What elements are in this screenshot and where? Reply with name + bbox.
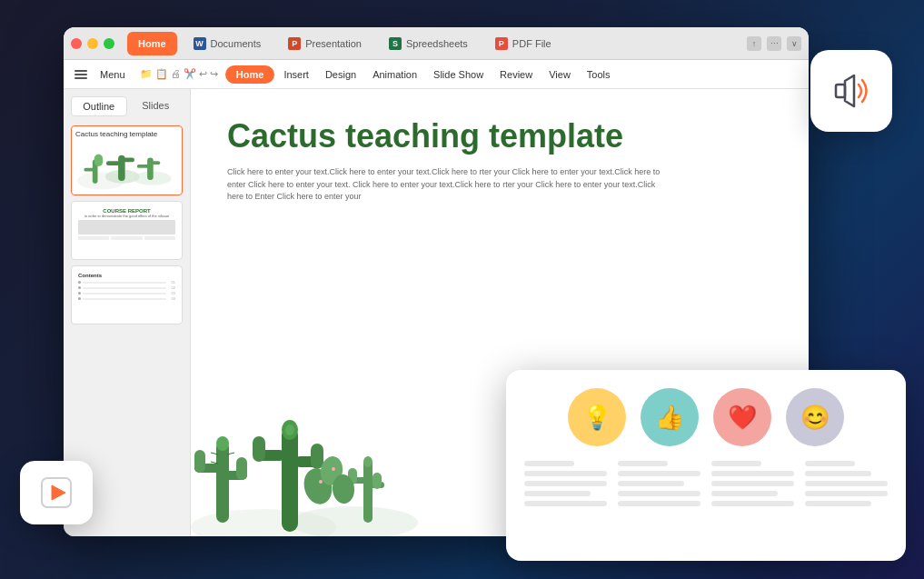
slide3-row1: 01 [78, 280, 175, 285]
menu-design[interactable]: Design [318, 65, 363, 84]
svg-point-14 [291, 506, 418, 536]
play-icon [38, 474, 75, 511]
maximize-button[interactable] [104, 38, 114, 49]
feature-icons-row: 💡 👍 ❤️ 😊 [524, 388, 888, 446]
window-controls: ↑ ⋯ ∨ [747, 36, 801, 51]
pdf-icon: P [495, 37, 508, 50]
video-widget[interactable] [20, 461, 93, 524]
feature-icon-smile[interactable]: 😊 [786, 388, 844, 446]
feature-line [805, 491, 888, 496]
svg-rect-19 [236, 457, 247, 480]
sidebar-tabs: Outline Slides [71, 96, 183, 116]
slide3-thumb-title: Contents [78, 273, 175, 278]
menu-bar: Menu 📁 📋 🖨 ✂️ ↩ ↪ Home Insert Design Ani… [64, 60, 809, 89]
svg-rect-31 [363, 459, 373, 523]
slide-thumbnail-2[interactable]: COURSE REPORT in order to demonstrate th… [71, 201, 183, 260]
svg-rect-7 [106, 161, 120, 165]
feature-line [805, 501, 871, 506]
chevron-button[interactable]: ∨ [787, 36, 801, 51]
thumb3-line [83, 298, 166, 300]
feature-line [524, 471, 607, 476]
cactus-svg [191, 391, 427, 536]
thumb2-line [111, 236, 142, 240]
tab-documents[interactable]: W Documents [183, 32, 273, 55]
feature-icon-lightbulb[interactable]: 💡 [568, 388, 626, 446]
tab-spreadsheets[interactable]: S Spreedsheets [378, 32, 479, 55]
slide2-thumb-img: COURSE REPORT in order to demonstrate th… [75, 205, 178, 255]
svg-rect-17 [194, 450, 205, 473]
tab-pdf[interactable]: P PDF File [484, 32, 562, 55]
slide-thumbnail-1[interactable]: Cactus teaching template [71, 125, 183, 195]
menu-slideshow[interactable]: Slide Show [426, 65, 491, 84]
sound-icon [829, 68, 874, 114]
thumb3-dot [78, 281, 81, 284]
feature-line [618, 491, 700, 496]
menu-label[interactable]: Menu [93, 65, 133, 84]
feature-line [711, 491, 778, 496]
tab-home[interactable]: Home [127, 32, 177, 55]
slide2-thumb-subtitle: in order to demonstrate the good effect … [78, 214, 175, 218]
hamburger-line [75, 74, 87, 75]
menu-view[interactable]: View [541, 65, 578, 84]
feature-line [618, 471, 700, 476]
thumb3-dot [78, 292, 81, 294]
slide-body-text[interactable]: Click here to enter your text.Click here… [227, 166, 663, 204]
outline-tab[interactable]: Outline [71, 96, 127, 116]
feature-line [524, 491, 591, 496]
thumb3-dot [78, 297, 81, 300]
presentation-icon: P [288, 37, 301, 50]
slide2-thumb-lines [78, 236, 175, 240]
thumb3-line [83, 282, 166, 284]
svg-rect-24 [282, 427, 298, 532]
thumb3-line [83, 293, 166, 294]
word-icon: W [194, 37, 206, 50]
feature-line [524, 501, 607, 506]
hamburger-menu[interactable] [71, 66, 91, 83]
svg-point-40 [319, 480, 323, 484]
share-button[interactable]: ↑ [747, 36, 761, 51]
menu-review[interactable]: Review [492, 65, 540, 84]
slide3-row3: 03 [78, 291, 175, 295]
slide-thumbnail-3[interactable]: Contents 01 02 [71, 265, 183, 324]
menu-animation[interactable]: Animation [365, 65, 424, 84]
feature-col-3 [711, 461, 794, 506]
feature-col-1 [524, 461, 607, 506]
svg-rect-42 [836, 85, 845, 97]
svg-point-41 [332, 467, 335, 471]
feature-icon-thumbsup[interactable]: 👍 [641, 388, 699, 446]
feature-line [711, 501, 794, 506]
sound-widget[interactable] [810, 50, 892, 132]
feature-lines [524, 461, 888, 506]
svg-point-30 [285, 424, 294, 435]
feature-icon-heart[interactable]: ❤️ [713, 388, 771, 446]
title-bar: Home W Documents P Presentation S Spreed… [64, 27, 809, 60]
feature-line [618, 501, 700, 506]
more-button[interactable]: ⋯ [767, 36, 781, 51]
menu-insert[interactable]: Insert [276, 65, 316, 84]
feature-line [524, 481, 607, 486]
menu-tools[interactable]: Tools [580, 65, 618, 84]
spreadsheet-icon: S [389, 37, 402, 50]
tab-presentation[interactable]: P Presentation [277, 32, 373, 55]
svg-point-20 [216, 436, 229, 451]
svg-rect-3 [84, 168, 95, 172]
feature-line [711, 461, 761, 466]
slide3-row4: 04 [78, 296, 175, 301]
slide-main-title[interactable]: Cactus teaching template [227, 116, 772, 155]
toolbar-icons: 📁 📋 🖨 ✂️ ↩ ↪ [134, 68, 224, 80]
menu-home[interactable]: Home [225, 65, 275, 84]
svg-point-36 [363, 456, 373, 467]
feature-line [711, 471, 794, 476]
feature-col-2 [618, 461, 700, 506]
slides-tab[interactable]: Slides [129, 96, 184, 116]
slide1-thumb-svg [75, 141, 178, 191]
thumb3-dot [78, 286, 81, 289]
slide1-thumb-title: Cactus teaching template [75, 130, 178, 138]
minimize-button[interactable] [87, 38, 98, 49]
cactus-illustration [191, 391, 427, 536]
feature-line [618, 461, 668, 466]
hamburger-line [75, 77, 87, 79]
svg-rect-8 [123, 158, 134, 163]
close-button[interactable] [71, 38, 82, 49]
feature-line [805, 461, 855, 466]
